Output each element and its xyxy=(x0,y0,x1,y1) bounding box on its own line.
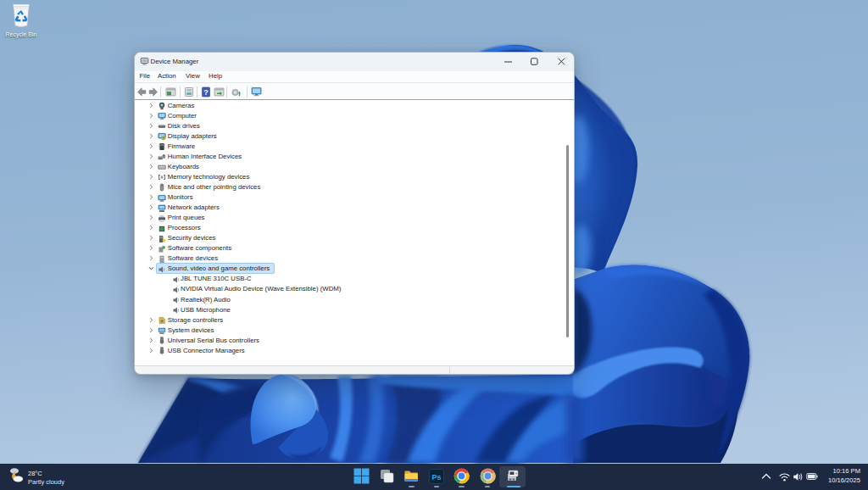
svg-text:Ps: Ps xyxy=(431,472,441,481)
svg-text:?: ? xyxy=(203,87,209,96)
